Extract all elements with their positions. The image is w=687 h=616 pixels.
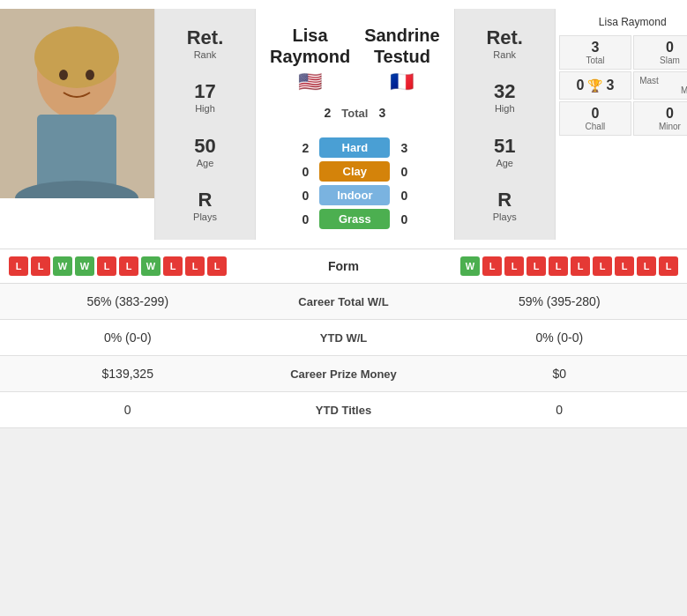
left-player-photo xyxy=(0,9,154,198)
right-age-value: 51 xyxy=(494,135,515,158)
stats-left-3: 0 xyxy=(0,392,256,427)
left-form-badges: LLWWLLWLLL xyxy=(9,256,305,276)
stats-left-0: 56% (383-299) xyxy=(0,284,256,319)
left-rank-stat: Ret. Rank xyxy=(187,26,224,60)
left-plays-stat: R Plays xyxy=(193,189,217,222)
surface-rows: 2 Hard 3 0 Clay 0 0 Indoor 0 0 Grass xyxy=(263,134,447,233)
right-player-header: Sandrine Testud 🇫🇷 xyxy=(357,16,447,100)
left-high-value: 17 xyxy=(194,80,215,103)
left-age-stat: 50 Age xyxy=(194,135,215,168)
left-mastmain-cell: 0 🏆 3 xyxy=(559,71,632,100)
hard-right: 3 xyxy=(395,141,413,155)
svg-point-4 xyxy=(59,70,68,80)
right-player-flag: 🇫🇷 xyxy=(390,71,414,93)
form-section: LLWWLLWLLL Form WLLLLLLLLL xyxy=(0,249,687,284)
right-high-stat: 32 High xyxy=(494,80,515,114)
left-stats-grid: 3 Total 0 Slam 0 🏆 3 Mast Main 0 Chall 0… xyxy=(559,35,687,136)
stats-center-2: Career Prize Money xyxy=(256,357,432,391)
left-player-name: Lisa Raymond xyxy=(270,25,350,67)
form-badge-left: L xyxy=(97,256,116,276)
right-player-name: Sandrine Testud xyxy=(364,25,440,67)
left-plays-label: Plays xyxy=(193,212,217,222)
left-center-stats: Ret. Rank 17 High 50 Age R Plays xyxy=(154,9,256,240)
stats-right-0: 59% (395-280) xyxy=(432,284,688,319)
form-badge-right: L xyxy=(615,256,634,276)
total-left: 2 xyxy=(318,106,336,120)
left-total-cell: 3 Total xyxy=(559,35,632,70)
form-badge-left: W xyxy=(53,256,72,276)
indoor-right: 0 xyxy=(395,189,413,203)
player-section: Ret. Rank 17 High 50 Age R Plays Lisa Ra… xyxy=(0,0,687,249)
right-rank-label: Rank xyxy=(486,49,523,60)
right-high-value: 32 xyxy=(494,80,515,103)
right-age-label: Age xyxy=(494,158,515,168)
left-age-value: 50 xyxy=(194,135,215,158)
right-age-stat: 51 Age xyxy=(494,135,515,168)
left-minor-cell: 0 Minor xyxy=(633,101,687,136)
form-badge-right: L xyxy=(504,256,524,276)
left-rank-value: Ret. xyxy=(187,26,224,49)
stats-table: 56% (383-299) Career Total W/L 59% (395-… xyxy=(0,284,687,428)
form-badge-left: L xyxy=(31,256,50,276)
total-label: Total xyxy=(341,107,368,120)
clay-badge: Clay xyxy=(319,161,390,182)
grass-left: 0 xyxy=(296,212,314,226)
form-badge-right: L xyxy=(659,256,678,276)
total-row: 2 Total 3 xyxy=(318,106,391,120)
right-high-label: High xyxy=(494,103,515,114)
stats-table-row: 56% (383-299) Career Total W/L 59% (395-… xyxy=(0,284,687,320)
form-badge-left: L xyxy=(163,256,183,276)
left-plays-value: R xyxy=(193,189,217,212)
right-center-stats: Ret. Rank 32 High 51 Age R Plays xyxy=(454,9,556,240)
form-badge-right: L xyxy=(637,256,656,276)
form-badge-right: L xyxy=(526,256,546,276)
left-player-header: Lisa Raymond 🇺🇸 xyxy=(263,16,357,100)
hard-badge: Hard xyxy=(319,137,390,158)
stats-right-1: 0% (0-0) xyxy=(432,320,688,355)
stats-left-1: 0% (0-0) xyxy=(0,320,256,355)
hard-row: 2 Hard 3 xyxy=(263,137,447,158)
form-row: LLWWLLWLLL Form WLLLLLLLLL xyxy=(0,249,687,283)
stats-center-1: YTD W/L xyxy=(256,321,432,355)
left-rank-label: Rank xyxy=(187,49,224,60)
grass-row: 0 Grass 0 xyxy=(263,209,447,229)
svg-point-3 xyxy=(34,26,119,88)
indoor-row: 0 Indoor 0 xyxy=(263,185,447,205)
clay-row: 0 Clay 0 xyxy=(263,161,447,182)
stats-table-row: $139,325 Career Prize Money $0 xyxy=(0,356,687,392)
form-badge-left: W xyxy=(75,256,94,276)
stats-center-0: Career Total W/L xyxy=(256,285,432,319)
right-plays-label: Plays xyxy=(493,212,517,222)
form-badge-right: L xyxy=(593,256,612,276)
hard-left: 2 xyxy=(296,141,314,155)
form-label: Form xyxy=(309,259,379,273)
form-badge-right: L xyxy=(571,256,590,276)
main-container: Ret. Rank 17 High 50 Age R Plays Lisa Ra… xyxy=(0,0,687,428)
grass-right: 0 xyxy=(395,212,413,226)
grass-badge: Grass xyxy=(319,209,390,229)
right-plays-stat: R Plays xyxy=(493,189,517,222)
left-chall-cell: 0 Chall xyxy=(559,101,632,136)
stats-table-row: 0% (0-0) YTD W/L 0% (0-0) xyxy=(0,320,687,356)
form-badge-left: L xyxy=(9,256,28,276)
left-player-stats: Lisa Raymond 3 Total 0 Slam 0 🏆 3 Mast M… xyxy=(556,9,687,240)
form-badge-right: L xyxy=(482,256,502,276)
form-badge-right: W xyxy=(460,256,480,276)
indoor-badge: Indoor xyxy=(319,185,390,205)
left-high-label: High xyxy=(194,103,215,114)
right-form-badges: WLLLLLLLLL xyxy=(383,256,679,276)
indoor-left: 0 xyxy=(296,189,314,203)
right-rank-value: Ret. xyxy=(486,26,523,49)
right-rank-stat: Ret. Rank xyxy=(486,26,523,60)
stats-left-2: $139,325 xyxy=(0,356,256,391)
form-badge-left: W xyxy=(141,256,161,276)
stats-center-3: YTD Titles xyxy=(256,393,432,427)
stats-right-2: $0 xyxy=(432,356,688,391)
clay-left: 0 xyxy=(296,165,314,179)
clay-right: 0 xyxy=(395,165,413,179)
form-badge-right: L xyxy=(549,256,568,276)
total-right: 3 xyxy=(373,106,391,120)
stats-table-row: 0 YTD Titles 0 xyxy=(0,392,687,428)
form-badge-left: L xyxy=(207,256,227,276)
left-age-label: Age xyxy=(194,158,215,168)
